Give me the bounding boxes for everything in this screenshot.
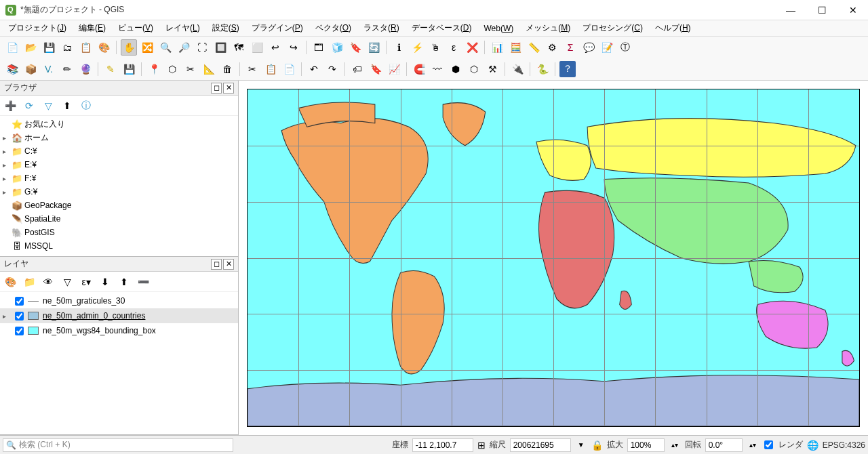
- maximize-button[interactable]: ☐: [812, 3, 831, 18]
- zoom-selection-button[interactable]: 🔲: [212, 39, 229, 56]
- browser-item[interactable]: ▸🏠ホーム: [0, 131, 238, 144]
- panel-close-button[interactable]: ✕: [223, 259, 234, 270]
- add-feature-button[interactable]: 📍: [146, 61, 162, 77]
- open-project-button[interactable]: 📂: [22, 39, 39, 56]
- layer-visibility-checkbox[interactable]: [15, 312, 24, 321]
- snapping-button[interactable]: 🧲: [411, 61, 427, 77]
- collapse-all-button[interactable]: ⬆: [60, 98, 75, 113]
- refresh-button[interactable]: 🔄: [366, 39, 382, 56]
- browser-item[interactable]: ▸📁C:¥: [0, 144, 238, 158]
- browser-item[interactable]: 🐘PostGIS: [0, 226, 238, 239]
- refresh-browser-button[interactable]: ⟳: [22, 98, 37, 113]
- paste-button[interactable]: 📄: [281, 61, 297, 77]
- copy-button[interactable]: 📋: [262, 61, 279, 77]
- search-box[interactable]: 🔍 検索 (Ctrl + K): [3, 438, 233, 452]
- maptips-button[interactable]: 💬: [580, 39, 597, 56]
- delete-button[interactable]: 🗑: [219, 61, 235, 77]
- layer-item[interactable]: ne_50m_wgs84_bounding_box: [0, 323, 238, 338]
- expression-filter-button[interactable]: ε▾: [79, 274, 94, 289]
- crs-icon[interactable]: 🌐: [807, 440, 818, 451]
- magnify-spinner-icon[interactable]: ▴▾: [669, 441, 681, 449]
- undo-button[interactable]: ↶: [306, 61, 322, 77]
- panel-float-button[interactable]: ◻: [211, 83, 222, 94]
- zoom-full-button[interactable]: ⛶: [194, 39, 210, 56]
- label-config-button[interactable]: 🔖: [368, 61, 384, 77]
- menu-Web[interactable]: Web(W): [478, 22, 519, 35]
- new-3d-view-button[interactable]: 🧊: [329, 39, 345, 56]
- deselect-button[interactable]: ❌: [464, 39, 480, 56]
- lock-icon[interactable]: 🔒: [591, 440, 603, 451]
- new-project-button[interactable]: 📄: [4, 39, 20, 56]
- menu-プロジェクト[interactable]: プロジェクト(J): [3, 20, 72, 36]
- new-shapefile-button[interactable]: ✏: [59, 61, 75, 77]
- action-button[interactable]: ⚡: [409, 39, 425, 56]
- remove-layer-button[interactable]: ➖: [136, 274, 151, 289]
- menu-レイヤ[interactable]: レイヤ(L): [160, 20, 205, 36]
- field-calc-button[interactable]: 🧮: [507, 39, 524, 56]
- plugin-button[interactable]: 🔌: [509, 61, 526, 77]
- redo-button[interactable]: ↷: [324, 61, 340, 77]
- new-map-view-button[interactable]: 🗔: [311, 39, 327, 56]
- diagram-button[interactable]: 📈: [386, 61, 402, 77]
- rotation-field[interactable]: 0.0°: [705, 438, 743, 452]
- statistics-button[interactable]: Σ: [562, 39, 578, 56]
- extents-icon[interactable]: ⊞: [477, 440, 486, 451]
- crs-label[interactable]: EPSG:4326: [823, 440, 865, 450]
- browser-item[interactable]: 📦GeoPackage: [0, 199, 238, 212]
- data-source-button[interactable]: 📚: [4, 61, 20, 77]
- filter-legend-button[interactable]: ▽: [60, 274, 75, 289]
- zoom-last-button[interactable]: ↩: [267, 39, 283, 56]
- layout-button[interactable]: 📋: [77, 39, 94, 56]
- close-button[interactable]: ✕: [844, 3, 863, 18]
- vertex-tool-button[interactable]: ⬡: [164, 61, 180, 77]
- collapse-all-button[interactable]: ⬆: [117, 274, 132, 289]
- menu-プロセシング[interactable]: プロセシング(C): [577, 20, 648, 36]
- browser-item[interactable]: 🪶SpatiaLite: [0, 212, 238, 226]
- new-virtual-layer-button[interactable]: 🔮: [77, 61, 94, 77]
- browser-tree[interactable]: ⭐お気に入り▸🏠ホーム▸📁C:¥▸📁E:¥▸📁F:¥▸📁G:¥📦GeoPacka…: [0, 116, 238, 256]
- pan-button[interactable]: ✋: [121, 39, 137, 56]
- new-bookmark-button[interactable]: 🔖: [347, 39, 363, 56]
- layer-visibility-checkbox[interactable]: [15, 297, 24, 306]
- zoom-in-button[interactable]: 🔍: [157, 39, 174, 56]
- browser-item[interactable]: 🗄MSSQL: [0, 239, 238, 253]
- geopackage-button[interactable]: 📦: [22, 61, 39, 77]
- scale-field[interactable]: 200621695: [510, 438, 571, 452]
- save-as-button[interactable]: 🗂: [59, 39, 75, 56]
- select-expression-button[interactable]: ε: [446, 39, 462, 56]
- coord-field[interactable]: -11 2,100.7: [412, 438, 473, 452]
- browser-item[interactable]: ▸📁E:¥: [0, 158, 238, 171]
- style-manager-button[interactable]: 🎨: [96, 39, 112, 56]
- modify-button[interactable]: ✂: [182, 61, 199, 77]
- properties-button[interactable]: ⓘ: [79, 98, 94, 113]
- scale-dropdown-icon[interactable]: ▼: [575, 441, 587, 449]
- manage-themes-button[interactable]: 👁: [41, 274, 56, 289]
- browser-item[interactable]: ▸📁F:¥: [0, 171, 238, 185]
- annotation-button[interactable]: 📝: [599, 39, 615, 56]
- select-button[interactable]: 🖱: [427, 39, 443, 56]
- save-edits-button[interactable]: 💾: [121, 61, 137, 77]
- avoid-button[interactable]: ⬡: [466, 61, 482, 77]
- filter-browser-button[interactable]: ▽: [41, 98, 56, 113]
- attribute-table-button[interactable]: 📊: [489, 39, 505, 56]
- python-console-button[interactable]: 🐍: [534, 61, 551, 77]
- menu-ビュー[interactable]: ビュー(V): [113, 20, 159, 36]
- measure-button[interactable]: 📏: [526, 39, 542, 56]
- zoom-native-button[interactable]: ⬜: [249, 39, 265, 56]
- open-layer-styling-button[interactable]: 🎨: [3, 274, 18, 289]
- menu-メッシュ[interactable]: メッシュ(M): [520, 20, 576, 36]
- topology-button[interactable]: ⬢: [448, 61, 464, 77]
- label-button[interactable]: 🏷: [349, 61, 366, 77]
- vector-layer-button[interactable]: V.: [41, 61, 57, 77]
- map-canvas[interactable]: [247, 89, 860, 427]
- zoom-next-button[interactable]: ↪: [285, 39, 302, 56]
- magnify-field[interactable]: 100%: [627, 438, 665, 452]
- menu-ヘルプ[interactable]: ヘルプ(H): [650, 20, 696, 36]
- zoom-out-button[interactable]: 🔎: [176, 39, 192, 56]
- add-group-button[interactable]: 📁: [22, 274, 37, 289]
- minimize-button[interactable]: —: [781, 3, 800, 18]
- panel-float-button[interactable]: ◻: [211, 259, 222, 270]
- layer-item[interactable]: ne_50m_graticules_30: [0, 293, 238, 308]
- zoom-layer-button[interactable]: 🗺: [231, 39, 247, 56]
- help-button[interactable]: ？: [559, 61, 576, 77]
